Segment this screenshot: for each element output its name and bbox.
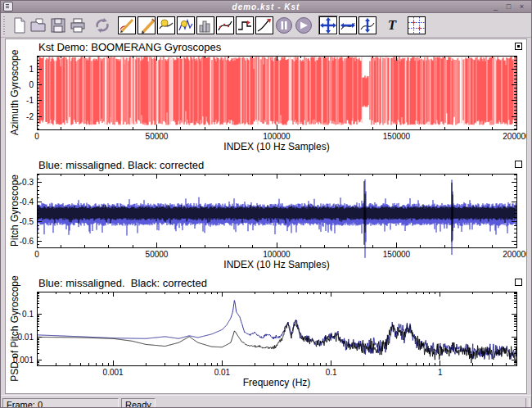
printer-icon [69,16,87,34]
kst-window: demo.kst - Kst _ □ × T [0,0,532,408]
toolbar-drag-handle[interactable] [2,16,7,34]
curve-arrow-icon [255,16,273,34]
svg-text:100000: 100000 [263,250,291,259]
svg-text:50000: 50000 [146,250,169,259]
svg-text:150000: 150000 [383,250,411,259]
text-T-icon: T [388,17,396,34]
svg-text:50000: 50000 [146,132,169,141]
filter-step-icon [236,16,254,34]
mdi-area: 05000010000015000020000010-1-2 Kst Demo:… [5,39,527,394]
x-axis-label: INDEX (10 Hz Samples) [37,259,516,270]
plot-title: Blue: missaligned. Black: corrected [38,159,204,171]
y-axis-label: Pitch Gyroscope [9,175,20,247]
reload-data-button[interactable] [92,16,112,35]
horizontal-zoom-icon [339,16,357,34]
open-folder-icon [29,16,47,34]
svg-text:-0.5: -0.5 [20,217,34,226]
new-histogram-button[interactable] [196,16,215,35]
window-title: demo.kst - Kst [1,2,531,11]
plot-zoom-indicator[interactable] [515,161,522,168]
data-wizard-button[interactable] [117,16,137,35]
advance-arrow-circle-icon [295,16,313,34]
new-fit-button[interactable] [215,16,235,35]
plot-zoom-indicator[interactable] [515,43,522,50]
plot-window: 05000010000015000020000010-1-2 Kst Demo:… [6,39,526,393]
advance-button[interactable] [294,16,313,35]
svg-text:150000: 150000 [383,132,411,141]
plot-psd-pitch-gyroscope[interactable]: 0.0010.010.110.10.010.001 Blue: missalig… [6,275,526,393]
svg-text:0: 0 [34,250,39,259]
resize-grip[interactable] [525,398,530,408]
close-button[interactable]: × [518,3,525,11]
open-file-button[interactable] [29,16,48,35]
svg-text:0: 0 [34,132,39,141]
histogram-plot-icon [196,16,214,34]
zoom-x-mode-button[interactable] [338,16,358,35]
equation-bulb-icon [157,16,175,34]
plot-pitch-gyroscope[interactable]: 050000100000150000200000-0.3-0.4-0.5-0.6… [6,157,526,275]
svg-text:1: 1 [29,65,34,74]
svg-text:0.001: 0.001 [103,368,124,377]
new-spectrum-button[interactable] [176,16,196,35]
y-axis-label: Azimuth Gyroscope [9,50,20,136]
plot-title: Kst Demo: BOOMERANG Gyroscopes [38,41,221,53]
svg-text:-0.3: -0.3 [20,178,34,187]
spectrum-bulb-icon [177,16,195,34]
plot-azimuth-gyroscope[interactable]: 05000010000015000020000010-1-2 Kst Demo:… [6,39,526,157]
new-equation-button[interactable] [156,16,176,35]
maximize-button[interactable]: □ [505,3,512,11]
vertical-zoom-icon [358,16,376,34]
plot-zoom-indicator[interactable] [515,279,522,286]
edit-objects-button[interactable] [137,16,156,35]
svg-text:1: 1 [438,368,443,377]
plot-canvas[interactable]: 0.0010.010.110.10.010.001 [6,275,526,393]
svg-text:0.1: 0.1 [326,368,337,377]
zoom-y-mode-button[interactable] [358,16,377,35]
pencil-plot-icon [138,16,156,34]
fit-curve-icon [216,16,234,34]
statusbar: Frame: 0 Ready [1,395,531,408]
svg-text:-1: -1 [26,96,34,105]
svg-text:0.1: 0.1 [22,310,34,319]
titlebar[interactable]: demo.kst - Kst _ □ × [1,1,531,13]
svg-text:0: 0 [29,80,34,89]
grid-layout-icon [408,16,426,34]
svg-text:200000: 200000 [503,250,526,259]
svg-text:0.01: 0.01 [214,368,231,377]
plot-title: Blue: missaligned. Black: corrected [38,277,207,289]
floppy-disk-icon [49,16,67,34]
move-arrows-icon [319,16,337,34]
new-document-icon [10,16,28,34]
plot-canvas[interactable]: 050000100000150000200000-0.3-0.4-0.5-0.6 [6,157,526,275]
svg-text:-2: -2 [26,112,34,121]
x-axis-label: Frequency (Hz) [37,377,516,388]
y-axis-label: PSD of Pitch Gyroscope [9,275,20,381]
plot-wand-icon [118,16,136,34]
status-message: Ready [121,398,156,408]
new-file-button[interactable] [9,16,29,35]
svg-text:-0.6: -0.6 [20,237,34,246]
print-button[interactable] [68,16,88,35]
svg-text:200000: 200000 [503,132,526,141]
plot-canvas[interactable]: 05000010000015000020000010-1-2 [6,39,526,157]
pause-circle-icon [275,16,293,34]
zoom-xy-mode-button[interactable] [318,16,338,35]
new-curve-button[interactable] [255,16,274,35]
save-button[interactable] [48,16,68,35]
new-filter-button[interactable] [235,16,255,35]
svg-text:-0.4: -0.4 [20,197,34,206]
minimize-button[interactable]: _ [492,3,499,11]
pause-button[interactable] [274,16,294,35]
x-axis-label: INDEX (10 Hz Samples) [37,141,516,152]
toolbar: T [1,13,531,38]
text-label-tool-button[interactable]: T [382,16,402,35]
frame-indicator: Frame: 0 [2,398,119,408]
svg-text:100000: 100000 [263,132,291,141]
layout-grid-mode-button[interactable] [407,16,426,35]
reload-arrows-icon [93,16,111,34]
